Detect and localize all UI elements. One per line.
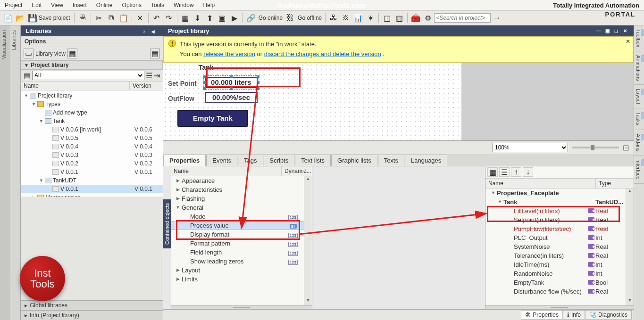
- cut-icon[interactable]: ✂: [93, 12, 105, 24]
- redo-icon[interactable]: ↷: [163, 12, 175, 24]
- tree-row[interactable]: V 0.0.1V 0.0.1: [21, 185, 163, 193]
- pin-icon[interactable]: ▫: [143, 28, 150, 34]
- bottom-tab-info[interactable]: ℹInfo: [563, 310, 585, 320]
- libraries-rail[interactable]: Libraries: [9, 25, 21, 320]
- menu-help[interactable]: Help: [199, 0, 220, 10]
- iface-row[interactable]: FillLevel(in liters)Real: [485, 206, 626, 215]
- iface-row[interactable]: RandomNoiseInt: [485, 269, 626, 278]
- copy-icon[interactable]: ⧉: [106, 12, 117, 24]
- library-tree[interactable]: ▼Project library▼TypesAdd new type▼TankV…: [21, 90, 163, 197]
- iface-btn-2[interactable]: ☰: [499, 167, 510, 177]
- tree-btn-1[interactable]: ☰: [146, 71, 152, 80]
- menu-view[interactable]: View: [46, 0, 68, 10]
- tree-mode-icon[interactable]: ▤: [24, 71, 31, 80]
- tree-row[interactable]: V 0.0.4V 0.0.4: [21, 142, 163, 151]
- iface-row[interactable]: Setpoint(in liters)Real: [485, 215, 626, 224]
- rail-add-ins[interactable]: Add-ins: [634, 130, 644, 156]
- tab-tags[interactable]: Tags: [238, 155, 263, 166]
- prop-row[interactable]: ▶Flashing: [171, 194, 304, 203]
- go-online-icon[interactable]: 🔗: [245, 12, 257, 24]
- iface-btn-down[interactable]: ↓: [523, 167, 533, 177]
- iface-row[interactable]: IdleTime(ms)Int: [485, 260, 626, 269]
- visualization-tab[interactable]: Visualization: [0, 25, 8, 64]
- rail-layout[interactable]: Layout: [634, 85, 644, 108]
- library-view-thumb-icon[interactable]: ▦: [67, 49, 77, 58]
- rail-interface[interactable]: Interface: [634, 156, 644, 184]
- simulate-icon[interactable]: ▣: [217, 12, 228, 24]
- setpoint-io-field[interactable]: 00.000 liters: [205, 77, 258, 88]
- iface-row[interactable]: SystemNoiseReal: [485, 242, 626, 251]
- tree-btn-2[interactable]: ⇥: [154, 71, 160, 80]
- tree-row[interactable]: ▶Master copies: [21, 193, 163, 197]
- download-icon[interactable]: ⬇: [192, 12, 203, 24]
- close-icon[interactable]: ✕: [621, 28, 629, 34]
- minimize-icon[interactable]: —: [594, 28, 602, 34]
- rail-tasks[interactable]: Tasks: [634, 108, 644, 130]
- menu-project[interactable]: Project: [0, 0, 27, 10]
- iface-btn-1[interactable]: ▦: [487, 167, 498, 177]
- hardware-icon[interactable]: ⛭: [340, 12, 351, 24]
- iface-row[interactable]: PumpFlow(liters/sec)Real: [485, 224, 626, 233]
- tree-row[interactable]: V 0.0.2V 0.0.2: [21, 159, 163, 168]
- options-more-icon[interactable]: ▤: [150, 49, 160, 58]
- collapse-icon[interactable]: ◂: [151, 28, 158, 34]
- save-icon[interactable]: 💾: [27, 12, 38, 24]
- rail-animations[interactable]: Animations: [634, 51, 644, 85]
- go-offline-icon[interactable]: ⛓: [284, 12, 296, 24]
- tools-icon[interactable]: 🧰: [410, 12, 421, 24]
- prop-row[interactable]: ▼General: [171, 203, 304, 212]
- trace-icon[interactable]: 📊: [352, 12, 364, 24]
- prop-row[interactable]: Process value◧: [171, 221, 304, 230]
- close-warning-icon[interactable]: ✕: [626, 38, 630, 45]
- menu-edit[interactable]: Edit: [27, 0, 46, 10]
- maximize-icon[interactable]: ◻: [612, 28, 620, 34]
- outflow-io-field[interactable]: 00.00%/sec: [205, 92, 258, 103]
- prop-row[interactable]: ▶Limits: [171, 275, 304, 284]
- left-collapse-rail[interactable]: Visualization: [0, 25, 9, 320]
- info-bar[interactable]: ▸ Info (Project library): [21, 310, 163, 320]
- property-rows[interactable]: ▶Appearance▶Characteristics▶Flashing▼Gen…: [171, 176, 304, 305]
- iface-row[interactable]: PLC_OutputInt: [485, 233, 626, 242]
- h-splitter-2[interactable]: [485, 305, 634, 309]
- prop-row[interactable]: Display format123: [171, 230, 304, 239]
- bottom-tab-properties[interactable]: 🛠Properties: [521, 310, 563, 320]
- contained-objects-tab[interactable]: Contained objects: [163, 199, 171, 248]
- iface-row[interactable]: ▼Properties_Faceplate: [485, 189, 626, 197]
- iface-scrollbar[interactable]: ▲▼: [626, 189, 634, 305]
- tree-row[interactable]: ▼Tank: [21, 117, 163, 125]
- undo-icon[interactable]: ↶: [151, 12, 162, 24]
- tree-row[interactable]: ▼Types: [21, 100, 163, 108]
- save-project-label[interactable]: Save project: [39, 15, 72, 21]
- start-runtime-icon[interactable]: ▶: [229, 12, 240, 24]
- tree-row[interactable]: ▼Project library: [21, 91, 163, 100]
- iface-row[interactable]: ▼TankTankUD...: [485, 197, 626, 206]
- zoom-select[interactable]: 100%: [493, 143, 568, 152]
- h-splitter[interactable]: [171, 305, 312, 309]
- zoom-slider[interactable]: [572, 147, 619, 148]
- prop-row[interactable]: ▶Layout: [171, 266, 304, 275]
- search-go-icon[interactable]: →: [491, 12, 502, 24]
- tree-row[interactable]: Add new type: [21, 108, 163, 117]
- tree-row[interactable]: V 0.0.1V 0.0.1: [21, 168, 163, 176]
- tree-row[interactable]: ▼TankUDT: [21, 176, 163, 185]
- prop-row[interactable]: ▶Characteristics: [171, 185, 304, 194]
- upload-icon[interactable]: ⬆: [204, 12, 216, 24]
- interface-rows[interactable]: ▼Properties_Faceplate▼TankTankUD...FillL…: [485, 189, 626, 305]
- paste-icon[interactable]: 📋: [118, 12, 129, 24]
- tab-text-lists[interactable]: Text lists: [295, 155, 331, 166]
- print-icon[interactable]: 🖶: [77, 12, 88, 24]
- prop-row[interactable]: ▶Appearance: [171, 176, 304, 185]
- empty-tank-button[interactable]: Empty Tank: [177, 110, 248, 127]
- global-libraries-bar[interactable]: ▸ Global libraries: [21, 300, 163, 310]
- tab-graphic-lists[interactable]: Graphic lists: [331, 155, 377, 166]
- search-input[interactable]: [434, 13, 491, 23]
- prop-scrollbar[interactable]: ▲▼: [304, 176, 312, 305]
- tab-properties[interactable]: Properties: [163, 155, 206, 166]
- menu-window[interactable]: Window: [169, 0, 199, 10]
- prop-row[interactable]: Format pattern123: [171, 239, 304, 248]
- prop-row[interactable]: Mode123: [171, 212, 304, 221]
- tree-row[interactable]: V 0.0.5V 0.0.5: [21, 134, 163, 142]
- discard-changes-link[interactable]: discard the changes and delete the versi…: [264, 50, 381, 57]
- prop-row[interactable]: Show leading zeros123: [171, 257, 304, 266]
- iface-btn-up[interactable]: ↑: [511, 167, 521, 177]
